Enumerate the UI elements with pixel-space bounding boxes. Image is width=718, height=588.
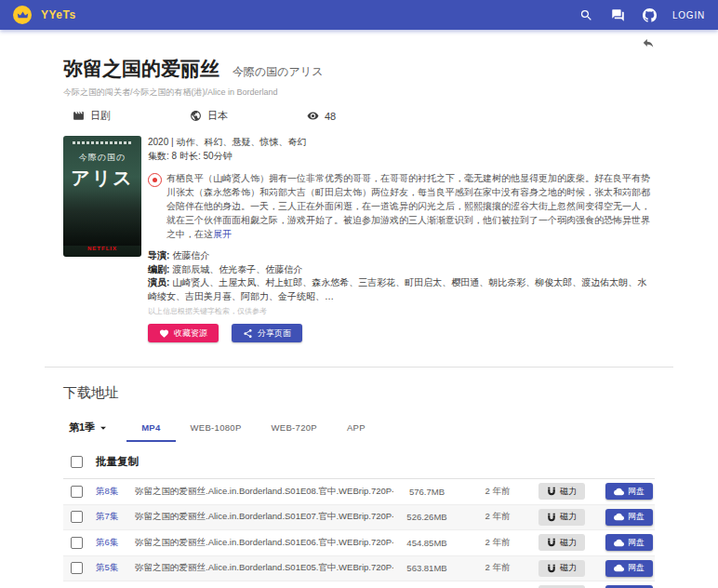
brand-name[interactable]: YYeTs [41, 8, 76, 21]
netdisk-button[interactable]: 网盘 [605, 509, 653, 526]
magnet-icon [547, 513, 556, 522]
year-genres: 2020 | 动作、科幻、悬疑、惊悚、奇幻 [148, 136, 655, 150]
credits: 导演: 佐藤信介 编剧: 渡部辰城、佐光泰子、佐藤信介 演员: 山崎贤人、土屋太… [148, 249, 655, 316]
login-button[interactable]: LOGIN [672, 10, 705, 20]
magnet-icon [547, 538, 556, 547]
magnet-button[interactable]: 磁力 [538, 483, 585, 500]
episode-link[interactable]: 第6集 [96, 537, 127, 549]
file-size: 454.85MB [393, 538, 460, 548]
netdisk-button[interactable]: 网盘 [605, 560, 653, 577]
share-label: 分享页面 [258, 327, 291, 340]
file-name: 弥留之国的爱丽丝.Alice.in.Borderland.S01E08.官中.W… [135, 486, 393, 498]
magnet-icon [547, 487, 556, 496]
poster-title-line1: 今際の国の [79, 152, 126, 164]
netdisk-label: 网盘 [628, 511, 645, 523]
disclaimer: 以上信息根据关键字检索，仅供参考 [148, 306, 655, 316]
file-size: 563.81MB [393, 563, 460, 573]
back-row [63, 30, 655, 50]
batch-select-checkbox[interactable] [71, 456, 83, 468]
table-row: 第8集 弥留之国的爱丽丝.Alice.in.Borderland.S01E08.… [63, 479, 655, 505]
globe-icon [190, 110, 202, 122]
share-icon [243, 328, 253, 339]
episode-link[interactable]: 第7集 [96, 511, 127, 523]
batch-copy-row: 批量复制 [63, 446, 655, 479]
magnet-button[interactable]: 磁力 [538, 560, 585, 577]
magnet-label: 磁力 [560, 511, 577, 523]
share-button[interactable]: 分享页面 [232, 324, 302, 342]
main-content: 弥留之国的爱丽丝 今際の国のアリス 今际之国的闯关者/今际之国的有栖(港)/Al… [0, 30, 718, 588]
table-row: 第5集 弥留之国的爱丽丝.Alice.in.Borderland.S01E05.… [63, 556, 655, 582]
github-icon[interactable] [643, 7, 658, 22]
search-icon[interactable] [579, 7, 594, 22]
netdisk-label: 网盘 [628, 537, 645, 549]
download-table: 第8集 弥留之国的爱丽丝.Alice.in.Borderland.S01E08.… [63, 479, 655, 588]
netdisk-button[interactable]: 网盘 [605, 534, 653, 551]
meta-row: 日剧 日本 48 [63, 109, 655, 123]
table-row: 第6集 弥留之国的爱丽丝.Alice.in.Borderland.S01E06.… [63, 530, 655, 556]
page: YYeTs LOGIN 弥留之国的爱丽丝 今際の国のアリス 今际之国的闯关者/今… [0, 0, 718, 588]
magnet-icon [547, 564, 556, 573]
meta-type-label: 日剧 [90, 109, 111, 123]
director-label: 导演: [148, 250, 169, 261]
action-buttons: 收藏资源 分享页面 [148, 324, 655, 342]
magnet-label: 磁力 [560, 537, 577, 549]
cloud-icon [614, 512, 624, 522]
cast-label: 演员: [148, 277, 169, 287]
movie-icon [73, 110, 85, 122]
table-row: 第7集 弥留之国的爱丽丝.Alice.in.Borderland.S01E07.… [63, 505, 655, 531]
tab-mp4[interactable]: MP4 [126, 417, 175, 442]
tab-web-720p[interactable]: WEB-720P [257, 417, 332, 442]
file-age: 2 年前 [475, 562, 520, 574]
poster-title-line2: アリス [71, 166, 133, 191]
back-icon[interactable] [642, 36, 655, 49]
media-section: 今際の国の アリス NETFLIX 2020 | 动作、科幻、悬疑、惊悚、奇幻 … [63, 136, 655, 342]
meta-views-count: 48 [325, 111, 336, 122]
file-age: 2 年前 [475, 486, 520, 498]
writer-line: 编剧: 渡部辰城、佐光泰子、佐藤信介 [148, 263, 655, 277]
tabs-row: 第1季 MP4WEB-1080PWEB-720PAPP [63, 417, 655, 442]
synopsis-block: 有栖良平（山崎贤人饰）拥有一位非常优秀的哥哥，在哥哥的衬托之下，毫无建树的他显得… [148, 171, 655, 241]
file-size: 576.7MB [393, 487, 460, 497]
episode-link[interactable]: 第8集 [96, 486, 127, 498]
title-aliases: 今际之国的闯关者/今际之国的有栖(港)/Alice in Borderland [63, 87, 655, 99]
file-age: 2 年前 [475, 537, 520, 549]
row-checkbox[interactable] [71, 486, 83, 498]
tab-web-1080p[interactable]: WEB-1080P [176, 417, 257, 442]
cloud-icon [614, 487, 624, 497]
meta-type: 日剧 [73, 109, 190, 123]
favorite-button[interactable]: 收藏资源 [148, 324, 219, 342]
season-label: 第1季 [69, 421, 95, 434]
cloud-icon [614, 538, 624, 548]
magnet-button[interactable]: 磁力 [538, 509, 585, 526]
heart-icon [159, 328, 169, 339]
netflix-logo: NETFLIX [87, 246, 117, 251]
cloud-icon [614, 563, 624, 573]
yyets-logo-icon[interactable] [13, 6, 32, 24]
episode-link[interactable]: 第5集 [96, 562, 127, 574]
row-checkbox[interactable] [71, 511, 83, 523]
meta-area-label: 日本 [207, 109, 228, 123]
format-tabs: MP4WEB-1080PWEB-720PAPP [126, 417, 380, 442]
netdisk-button[interactable]: 网盘 [605, 483, 653, 500]
messages-icon[interactable] [611, 7, 626, 22]
meta-views: 48 [307, 109, 424, 123]
file-age: 2 年前 [475, 511, 520, 523]
tab-app[interactable]: APP [332, 417, 380, 442]
magnet-button[interactable]: 磁力 [538, 534, 585, 551]
writer-label: 编剧: [148, 264, 169, 274]
file-name: 弥留之国的爱丽丝.Alice.in.Borderland.S01E05.官中.W… [135, 562, 393, 574]
poster-artwork [63, 191, 141, 246]
director-line: 导演: 佐藤信介 [148, 249, 655, 263]
row-checkbox[interactable] [71, 562, 83, 574]
poster-decoration [73, 141, 132, 144]
title-japanese: 今際の国のアリス [233, 64, 323, 80]
table-row: 第4集 弥留之国的爱丽丝.Alice.in.Borderland.S01E04.… [63, 581, 655, 588]
batch-copy-label: 批量复制 [96, 455, 139, 469]
expand-link[interactable]: 展开 [213, 229, 232, 239]
cast-value: 山崎贤人、土屋太凤、村上虹郎、森永悠希、三吉彩花、町田启太、樱田通、朝比奈彩、柳… [148, 277, 646, 301]
row-checkbox[interactable] [71, 537, 83, 549]
season-selector[interactable]: 第1季 [63, 417, 110, 442]
director-value: 佐藤信介 [172, 250, 209, 261]
douban-icon [148, 173, 162, 187]
file-name: 弥留之国的爱丽丝.Alice.in.Borderland.S01E07.官中.W… [135, 511, 393, 523]
